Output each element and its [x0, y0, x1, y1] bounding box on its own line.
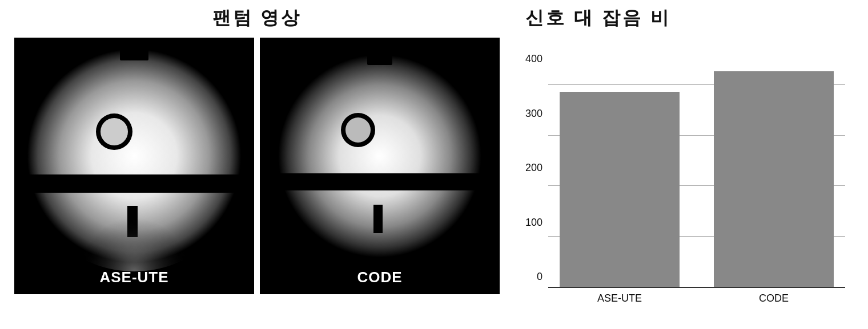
chart-grid	[548, 60, 845, 288]
bar-ase-ute	[560, 92, 680, 287]
x-labels: ASE-UTE CODE	[548, 293, 845, 304]
svg-rect-12	[367, 54, 392, 65]
bar-code	[714, 71, 834, 287]
bar-group-ase-ute	[560, 92, 680, 287]
y-label-100: 100	[525, 217, 542, 228]
y-label-400: 400	[525, 54, 542, 64]
phantom-image-ase-ute: ASE-UTE	[14, 38, 254, 294]
svg-rect-13	[277, 173, 483, 190]
svg-point-15	[345, 117, 371, 143]
image-label-ase-ute: ASE-UTE	[99, 269, 168, 286]
y-label-200: 200	[525, 163, 542, 173]
y-label-0: 0	[537, 271, 542, 282]
chart-title: 신호 대 잡음 비	[525, 6, 671, 31]
images-row: ASE-UTE	[14, 38, 500, 294]
bar-group-code	[714, 71, 834, 287]
chart-area: 400 300 200 100 0	[525, 42, 845, 304]
y-label-300: 300	[525, 108, 542, 119]
y-axis: 400 300 200 100 0	[525, 54, 548, 282]
image-label-code: CODE	[357, 269, 402, 286]
svg-point-6	[101, 118, 128, 145]
phantom-title: 팬텀 영상	[212, 6, 302, 31]
chart-body: ASE-UTE CODE	[548, 60, 845, 304]
svg-rect-3	[120, 48, 148, 60]
x-label-code: CODE	[714, 293, 834, 304]
chart-section: 신호 대 잡음 비 400 300 200 100 0	[514, 0, 868, 310]
phantom-section: 팬텀 영상	[0, 0, 514, 300]
phantom-image-code: CODE	[260, 38, 500, 294]
svg-point-11	[274, 55, 485, 266]
x-label-ase-ute: ASE-UTE	[560, 293, 680, 304]
svg-rect-16	[373, 205, 383, 233]
bars-row	[548, 60, 845, 287]
